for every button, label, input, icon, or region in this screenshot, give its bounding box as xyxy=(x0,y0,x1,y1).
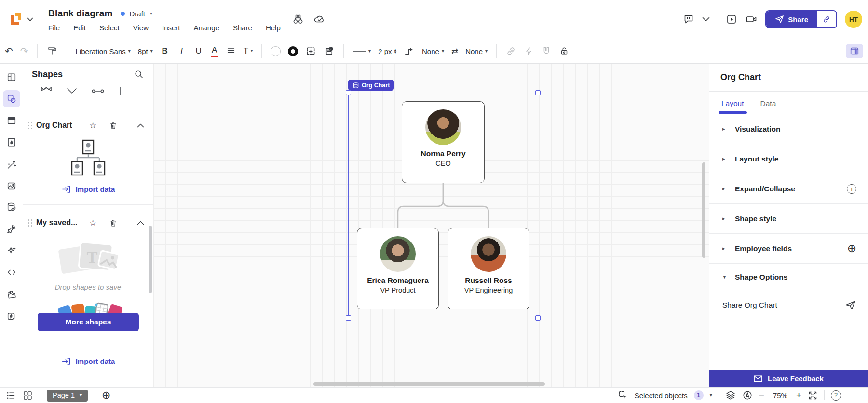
bold-button[interactable]: B xyxy=(160,46,170,56)
rail-embed-code[interactable] xyxy=(3,264,20,281)
collapse-section-icon[interactable] xyxy=(137,123,144,128)
menu-view[interactable]: View xyxy=(133,24,149,32)
rail-automation[interactable] xyxy=(3,308,20,325)
canvas-vertical-scrollbar[interactable] xyxy=(702,162,705,258)
document-list-icon[interactable] xyxy=(6,390,16,401)
connector-shape[interactable] xyxy=(92,88,104,94)
zoom-in-button[interactable]: + xyxy=(796,390,801,401)
video-camera-icon[interactable] xyxy=(745,13,758,25)
canvas-horizontal-scrollbar[interactable] xyxy=(313,382,545,386)
zoom-out-button[interactable]: − xyxy=(759,390,764,401)
menu-arrange[interactable]: Arrange xyxy=(194,24,219,32)
lucid-logo[interactable] xyxy=(8,11,42,27)
shape-data-icon[interactable] xyxy=(324,46,335,57)
section-visualization[interactable]: ▸ Visualization xyxy=(709,114,868,144)
arrow-end-select[interactable]: None ▾ xyxy=(465,47,488,55)
magnetize-icon[interactable] xyxy=(541,46,552,56)
import-data-link[interactable]: Import data xyxy=(23,185,153,194)
help-button[interactable]: ? xyxy=(831,390,841,401)
canvas[interactable]: Org Chart Norma Perry CEO Erica Romaguer… xyxy=(153,64,709,387)
section-employee-fields[interactable]: ▸ Employee fields ⊕ xyxy=(709,234,868,264)
tab-data[interactable]: Data xyxy=(760,99,776,114)
favorite-star-icon[interactable]: ☆ xyxy=(89,219,96,227)
hyperlink-icon[interactable] xyxy=(505,46,516,57)
menu-insert[interactable]: Insert xyxy=(162,24,180,32)
pan-navigation-icon[interactable] xyxy=(742,390,753,401)
org-node-vp-product[interactable]: Erica Romaguera VP Product xyxy=(357,228,439,309)
section-shape-style[interactable]: ▸ Shape style xyxy=(709,204,868,234)
menu-share[interactable]: Share xyxy=(233,24,252,32)
selection-cursor-icon[interactable] xyxy=(618,390,628,401)
section-layout-style[interactable]: ▸ Layout style xyxy=(709,144,868,174)
selection-handle-sw[interactable] xyxy=(346,315,351,321)
layers-icon[interactable] xyxy=(725,390,736,401)
draft-status-label[interactable]: Draft xyxy=(130,10,146,18)
swap-arrows-icon[interactable]: ⇄ xyxy=(451,47,458,55)
rail-ai-sparkle[interactable] xyxy=(3,242,20,259)
fullscreen-icon[interactable] xyxy=(808,390,818,401)
leave-feedback-button[interactable]: Leave Feedback xyxy=(709,370,868,387)
font-family-select[interactable]: Liberation Sans ▾ xyxy=(76,47,131,55)
line-shape[interactable] xyxy=(119,87,122,95)
find-binoculars-icon[interactable] xyxy=(292,13,304,25)
section-expand-collapse[interactable]: ▸ Expand/Collapse i xyxy=(709,174,868,204)
right-panel-toggle[interactable] xyxy=(846,44,863,58)
draft-caret-icon[interactable]: ▾ xyxy=(150,11,152,16)
redo-button[interactable]: ↷ xyxy=(20,46,28,56)
share-button[interactable]: Share xyxy=(765,10,837,28)
rail-magic-wand[interactable] xyxy=(3,156,20,174)
rail-shapes[interactable] xyxy=(3,90,20,107)
org-chart-shape-preview[interactable] xyxy=(67,139,109,176)
menu-select[interactable]: Select xyxy=(99,24,120,32)
font-size-select[interactable]: 8pt ▾ xyxy=(138,47,153,55)
stepper-down-icon[interactable]: ▾ xyxy=(394,51,397,54)
more-shapes-button[interactable]: More shapes xyxy=(38,313,139,331)
trash-icon[interactable] xyxy=(109,218,118,228)
copy-link-button[interactable] xyxy=(817,11,836,27)
selected-objects-label[interactable]: Selected objects xyxy=(635,391,688,400)
collapse-header-chevron-icon[interactable] xyxy=(702,17,710,22)
panel-scrollbar[interactable] xyxy=(149,226,152,293)
selection-group-badge[interactable]: Org Chart xyxy=(348,80,394,91)
section-shape-options[interactable]: ▼ Shape Options xyxy=(709,264,868,290)
collapse-section-icon[interactable] xyxy=(137,221,144,225)
banner-shape[interactable] xyxy=(41,87,52,95)
actions-lightning-icon[interactable] xyxy=(524,46,534,56)
trash-icon[interactable] xyxy=(109,121,118,130)
text-align-icon[interactable] xyxy=(226,46,236,56)
drag-handle-icon[interactable] xyxy=(28,122,32,129)
tab-layout[interactable]: Layout xyxy=(721,99,744,114)
zoom-level[interactable]: 75% xyxy=(771,391,790,400)
frame-canvas-icon[interactable] xyxy=(305,46,316,57)
user-avatar[interactable]: HT xyxy=(845,11,862,28)
italic-button[interactable]: I xyxy=(177,46,187,56)
rail-rocket-templates[interactable] xyxy=(3,220,20,238)
org-node-ceo[interactable]: Norma Perry CEO xyxy=(402,101,485,183)
selection-handle-nw[interactable] xyxy=(346,90,351,95)
undo-button[interactable]: ↶ xyxy=(5,46,13,56)
share-org-chart-row[interactable]: Share Org Chart xyxy=(709,290,868,320)
format-painter-icon[interactable] xyxy=(46,45,58,57)
font-color-button[interactable]: A xyxy=(211,45,218,57)
line-style-select[interactable]: ▾ xyxy=(353,49,371,54)
connector-type-icon[interactable] xyxy=(404,46,415,57)
rail-document-overview[interactable] xyxy=(3,68,20,86)
selection-handle-ne[interactable] xyxy=(535,90,541,95)
page-grid-icon[interactable] xyxy=(23,390,33,401)
org-node-vp-engineering[interactable]: Russell Ross VP Engineering xyxy=(448,228,529,309)
fill-color-button[interactable] xyxy=(271,46,281,56)
info-icon[interactable]: i xyxy=(847,184,856,194)
drag-handle-icon[interactable] xyxy=(28,219,32,227)
search-icon[interactable] xyxy=(134,69,144,80)
rail-images[interactable] xyxy=(3,177,20,195)
document-title[interactable]: Blank diagram xyxy=(48,8,113,19)
arrow-start-select[interactable]: None ▾ xyxy=(422,47,444,55)
chevron-shape[interactable] xyxy=(67,88,77,94)
add-field-icon[interactable]: ⊕ xyxy=(847,243,856,254)
line-color-button[interactable] xyxy=(288,46,298,56)
line-width-stepper[interactable]: 2 px ▴ ▾ xyxy=(378,47,396,55)
rail-data-linking[interactable] xyxy=(3,199,20,216)
text-style-button[interactable]: T ▾ xyxy=(244,46,253,56)
rail-window-layers[interactable] xyxy=(3,112,20,129)
favorite-star-icon[interactable]: ☆ xyxy=(89,121,96,130)
